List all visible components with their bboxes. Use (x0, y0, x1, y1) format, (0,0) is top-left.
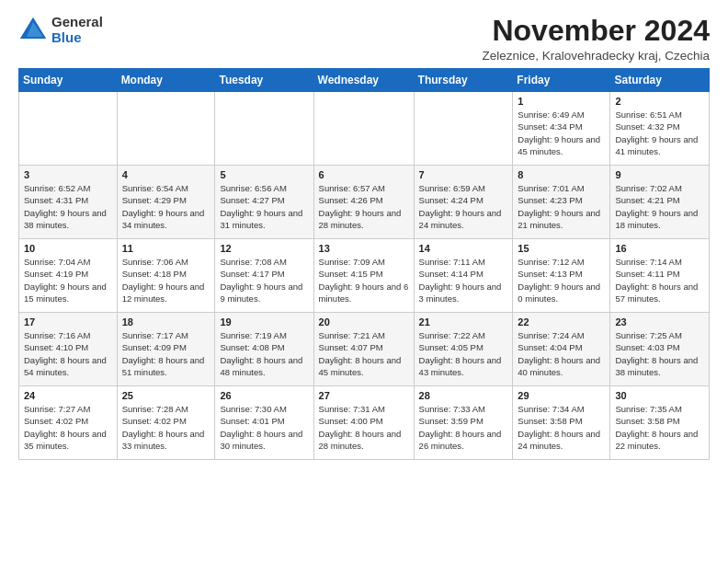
calendar-cell: 19Sunrise: 7:19 AM Sunset: 4:08 PM Dayli… (215, 313, 313, 386)
calendar-cell (313, 92, 414, 166)
calendar-cell: 25Sunrise: 7:28 AM Sunset: 4:02 PM Dayli… (117, 386, 215, 460)
calendar-cell: 11Sunrise: 7:06 AM Sunset: 4:18 PM Dayli… (117, 239, 215, 313)
calendar-week-2: 3Sunrise: 6:52 AM Sunset: 4:31 PM Daylig… (19, 166, 710, 239)
calendar-cell (215, 92, 313, 166)
header: General Blue November 2024 Zeleznice, Kr… (18, 15, 710, 63)
day-info: Sunrise: 7:27 AM Sunset: 4:02 PM Dayligh… (24, 403, 112, 452)
day-number: 29 (518, 390, 605, 401)
calendar-week-5: 24Sunrise: 7:27 AM Sunset: 4:02 PM Dayli… (19, 386, 710, 460)
day-info: Sunrise: 7:01 AM Sunset: 4:23 PM Dayligh… (518, 182, 605, 231)
day-info: Sunrise: 7:11 AM Sunset: 4:14 PM Dayligh… (419, 256, 508, 304)
day-info: Sunrise: 6:54 AM Sunset: 4:29 PM Dayligh… (122, 182, 210, 231)
day-info: Sunrise: 7:06 AM Sunset: 4:18 PM Dayligh… (122, 256, 210, 304)
day-info: Sunrise: 7:21 AM Sunset: 4:07 PM Dayligh… (319, 329, 409, 378)
day-info: Sunrise: 7:33 AM Sunset: 3:59 PM Dayligh… (419, 403, 508, 452)
day-info: Sunrise: 7:22 AM Sunset: 4:05 PM Dayligh… (419, 329, 508, 378)
day-number: 26 (220, 390, 308, 401)
day-info: Sunrise: 7:17 AM Sunset: 4:09 PM Dayligh… (122, 329, 210, 378)
day-number: 3 (24, 169, 112, 180)
day-info: Sunrise: 6:52 AM Sunset: 4:31 PM Dayligh… (24, 182, 112, 231)
calendar-cell: 1Sunrise: 6:49 AM Sunset: 4:34 PM Daylig… (513, 92, 610, 166)
logo-general-text: General (51, 15, 103, 30)
day-number: 10 (24, 243, 112, 254)
calendar-cell: 13Sunrise: 7:09 AM Sunset: 4:15 PM Dayli… (313, 239, 414, 313)
calendar-cell: 15Sunrise: 7:12 AM Sunset: 4:13 PM Dayli… (513, 239, 610, 313)
day-number: 15 (518, 243, 605, 254)
col-tuesday: Tuesday (215, 69, 313, 92)
day-info: Sunrise: 7:28 AM Sunset: 4:02 PM Dayligh… (122, 403, 210, 452)
calendar-cell: 3Sunrise: 6:52 AM Sunset: 4:31 PM Daylig… (19, 166, 118, 239)
logo-text: General Blue (51, 15, 103, 45)
calendar-cell: 16Sunrise: 7:14 AM Sunset: 4:11 PM Dayli… (610, 239, 710, 313)
logo-icon (18, 16, 48, 45)
day-number: 28 (419, 390, 508, 401)
calendar-cell: 9Sunrise: 7:02 AM Sunset: 4:21 PM Daylig… (610, 166, 710, 239)
day-number: 11 (122, 243, 210, 254)
day-number: 22 (518, 316, 605, 327)
day-info: Sunrise: 6:59 AM Sunset: 4:24 PM Dayligh… (419, 182, 508, 231)
col-wednesday: Wednesday (313, 69, 414, 92)
day-number: 14 (419, 243, 508, 254)
day-info: Sunrise: 7:35 AM Sunset: 3:58 PM Dayligh… (615, 403, 704, 452)
day-info: Sunrise: 7:34 AM Sunset: 3:58 PM Dayligh… (518, 403, 605, 452)
day-number: 12 (220, 243, 308, 254)
calendar-cell: 14Sunrise: 7:11 AM Sunset: 4:14 PM Dayli… (414, 239, 513, 313)
calendar-cell: 7Sunrise: 6:59 AM Sunset: 4:24 PM Daylig… (414, 166, 513, 239)
day-info: Sunrise: 7:12 AM Sunset: 4:13 PM Dayligh… (518, 256, 605, 304)
day-info: Sunrise: 7:19 AM Sunset: 4:08 PM Dayligh… (220, 329, 308, 378)
calendar-cell: 12Sunrise: 7:08 AM Sunset: 4:17 PM Dayli… (215, 239, 313, 313)
calendar-cell: 22Sunrise: 7:24 AM Sunset: 4:04 PM Dayli… (513, 313, 610, 386)
calendar-cell: 26Sunrise: 7:30 AM Sunset: 4:01 PM Dayli… (215, 386, 313, 460)
day-number: 1 (518, 96, 605, 107)
day-number: 5 (220, 169, 308, 180)
day-number: 21 (419, 316, 508, 327)
calendar-cell: 17Sunrise: 7:16 AM Sunset: 4:10 PM Dayli… (19, 313, 118, 386)
day-info: Sunrise: 6:57 AM Sunset: 4:26 PM Dayligh… (319, 182, 409, 231)
day-info: Sunrise: 7:02 AM Sunset: 4:21 PM Dayligh… (615, 182, 704, 231)
calendar-cell: 6Sunrise: 6:57 AM Sunset: 4:26 PM Daylig… (313, 166, 414, 239)
calendar-cell: 21Sunrise: 7:22 AM Sunset: 4:05 PM Dayli… (414, 313, 513, 386)
calendar-cell (414, 92, 513, 166)
header-row: Sunday Monday Tuesday Wednesday Thursday… (19, 69, 710, 92)
day-number: 25 (122, 390, 210, 401)
day-number: 9 (615, 169, 704, 180)
day-number: 13 (319, 243, 409, 254)
calendar-cell: 20Sunrise: 7:21 AM Sunset: 4:07 PM Dayli… (313, 313, 414, 386)
day-number: 17 (24, 316, 112, 327)
day-number: 27 (319, 390, 409, 401)
day-number: 19 (220, 316, 308, 327)
calendar-cell: 4Sunrise: 6:54 AM Sunset: 4:29 PM Daylig… (117, 166, 215, 239)
calendar-cell: 30Sunrise: 7:35 AM Sunset: 3:58 PM Dayli… (610, 386, 710, 460)
calendar-cell: 27Sunrise: 7:31 AM Sunset: 4:00 PM Dayli… (313, 386, 414, 460)
day-number: 16 (615, 243, 704, 254)
calendar-week-3: 10Sunrise: 7:04 AM Sunset: 4:19 PM Dayli… (19, 239, 710, 313)
day-number: 24 (24, 390, 112, 401)
day-info: Sunrise: 7:30 AM Sunset: 4:01 PM Dayligh… (220, 403, 308, 452)
col-friday: Friday (513, 69, 610, 92)
calendar-header: Sunday Monday Tuesday Wednesday Thursday… (19, 69, 710, 92)
day-info: Sunrise: 6:51 AM Sunset: 4:32 PM Dayligh… (615, 109, 704, 157)
day-info: Sunrise: 7:25 AM Sunset: 4:03 PM Dayligh… (615, 329, 704, 378)
col-sunday: Sunday (19, 69, 118, 92)
logo: General Blue (18, 15, 103, 45)
title-block: November 2024 Zeleznice, Kralovehradecky… (482, 15, 710, 63)
page: General Blue November 2024 Zeleznice, Kr… (0, 0, 728, 563)
day-number: 18 (122, 316, 210, 327)
day-info: Sunrise: 6:49 AM Sunset: 4:34 PM Dayligh… (518, 109, 605, 157)
day-info: Sunrise: 7:16 AM Sunset: 4:10 PM Dayligh… (24, 329, 112, 378)
day-info: Sunrise: 7:14 AM Sunset: 4:11 PM Dayligh… (615, 256, 704, 304)
calendar-cell (117, 92, 215, 166)
day-number: 23 (615, 316, 704, 327)
calendar-cell: 5Sunrise: 6:56 AM Sunset: 4:27 PM Daylig… (215, 166, 313, 239)
day-info: Sunrise: 7:04 AM Sunset: 4:19 PM Dayligh… (24, 256, 112, 304)
day-number: 20 (319, 316, 409, 327)
day-number: 2 (615, 96, 704, 107)
calendar-cell (19, 92, 118, 166)
calendar-cell: 28Sunrise: 7:33 AM Sunset: 3:59 PM Dayli… (414, 386, 513, 460)
col-thursday: Thursday (414, 69, 513, 92)
day-number: 7 (419, 169, 508, 180)
day-number: 30 (615, 390, 704, 401)
logo-blue-text: Blue (51, 30, 103, 46)
calendar-cell: 24Sunrise: 7:27 AM Sunset: 4:02 PM Dayli… (19, 386, 118, 460)
calendar-cell: 2Sunrise: 6:51 AM Sunset: 4:32 PM Daylig… (610, 92, 710, 166)
